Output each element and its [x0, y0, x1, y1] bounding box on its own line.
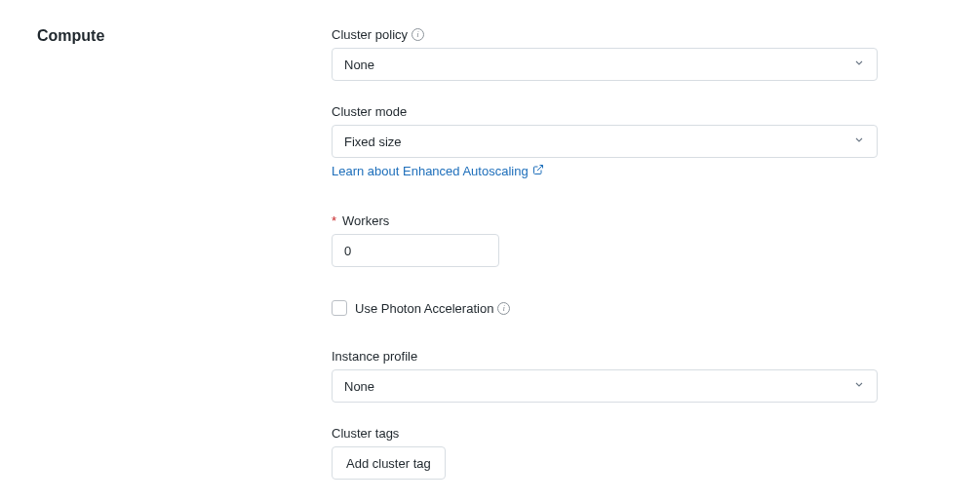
enhanced-autoscaling-link[interactable]: Learn about Enhanced Autoscaling [332, 164, 544, 178]
photon-checkbox[interactable] [332, 300, 347, 316]
info-icon[interactable]: i [412, 28, 424, 41]
instance-profile-field: Instance profile None [332, 349, 878, 403]
cluster-mode-field: Cluster mode Fixed size Learn about Enha… [332, 104, 878, 178]
cluster-policy-select[interactable]: None [332, 48, 878, 81]
chevron-down-icon [853, 58, 865, 72]
svg-line-0 [537, 166, 543, 172]
instance-profile-label: Instance profile [332, 349, 878, 364]
required-indicator: * [332, 213, 336, 228]
cluster-tags-label-text: Cluster tags [332, 426, 399, 441]
workers-label: * Workers [332, 213, 878, 228]
workers-field: * Workers [332, 213, 878, 267]
photon-field: Use Photon Acceleration i [332, 300, 878, 316]
cluster-mode-value: Fixed size [344, 135, 402, 149]
external-link-icon [532, 164, 544, 178]
section-title: Compute [37, 27, 332, 45]
photon-label: Use Photon Acceleration i [355, 301, 510, 316]
cluster-mode-label: Cluster mode [332, 104, 878, 119]
cluster-policy-label: Cluster policy i [332, 27, 878, 42]
add-cluster-tag-button[interactable]: Add cluster tag [332, 446, 446, 480]
cluster-policy-field: Cluster policy i None [332, 27, 878, 81]
cluster-tags-field: Cluster tags Add cluster tag [332, 426, 878, 480]
info-icon[interactable]: i [497, 302, 510, 315]
instance-profile-label-text: Instance profile [332, 349, 417, 364]
chevron-down-icon [853, 379, 865, 394]
cluster-policy-value: None [344, 58, 374, 72]
photon-label-text: Use Photon Acceleration [355, 301, 493, 316]
instance-profile-value: None [344, 379, 374, 394]
cluster-mode-select[interactable]: Fixed size [332, 125, 878, 158]
workers-label-text: Workers [342, 213, 389, 228]
enhanced-autoscaling-link-text: Learn about Enhanced Autoscaling [332, 164, 529, 178]
cluster-policy-label-text: Cluster policy [332, 27, 408, 42]
workers-input[interactable] [332, 234, 499, 267]
cluster-mode-label-text: Cluster mode [332, 104, 407, 119]
chevron-down-icon [853, 135, 865, 149]
cluster-tags-label: Cluster tags [332, 426, 878, 441]
instance-profile-select[interactable]: None [332, 369, 878, 403]
